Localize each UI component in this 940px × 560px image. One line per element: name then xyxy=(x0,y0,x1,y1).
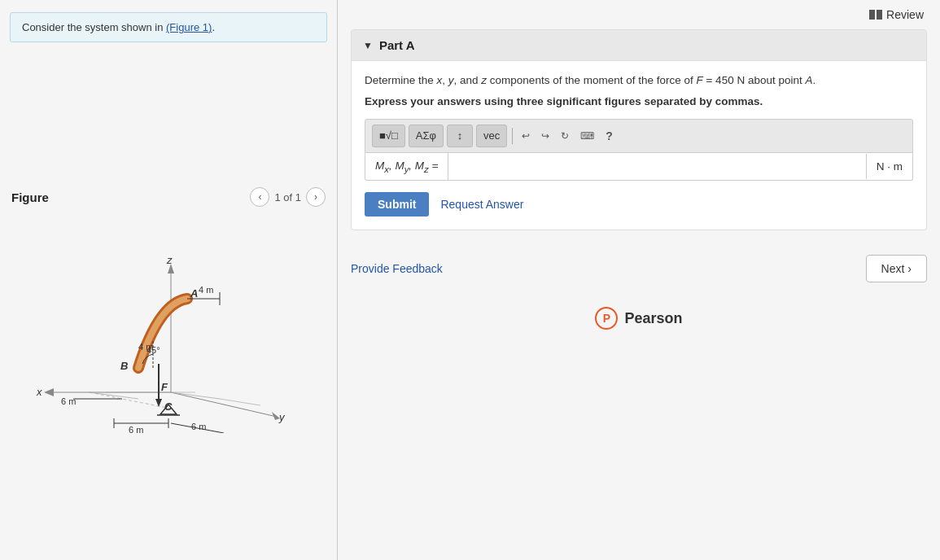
greek-icon: ΑΣφ xyxy=(416,129,436,142)
next-label: Next xyxy=(881,262,905,275)
next-chevron-icon: › xyxy=(907,262,912,275)
svg-text:F: F xyxy=(161,381,168,393)
figure-nav: ‹ 1 of 1 › xyxy=(250,187,326,207)
vec-button[interactable]: vec xyxy=(476,125,507,147)
svg-text:4 m: 4 m xyxy=(138,342,153,352)
svg-text:B: B xyxy=(120,360,128,372)
part-header: ▼ Part A xyxy=(352,30,926,61)
figure-page: 1 of 1 xyxy=(274,191,301,203)
redo-button[interactable]: ↪ xyxy=(537,127,553,145)
figure-image-area: x y z xyxy=(0,213,337,560)
svg-text:6 m: 6 m xyxy=(129,425,143,433)
svg-text:z: z xyxy=(166,254,173,266)
review-icon xyxy=(869,10,882,20)
part-content: Determine the x, y, and z components of … xyxy=(352,61,926,230)
answer-input[interactable] xyxy=(448,153,865,179)
figure-link[interactable]: (Figure 1) xyxy=(166,21,212,33)
svg-text:C: C xyxy=(164,400,173,413)
figure-svg: x y z xyxy=(8,221,285,433)
svg-line-2 xyxy=(171,392,277,417)
pearson-initial: P xyxy=(603,312,610,325)
pearson-logo: P xyxy=(595,307,618,330)
svg-text:x: x xyxy=(36,386,42,398)
arrows-button[interactable]: ↕ xyxy=(447,125,473,147)
next-button[interactable]: Next › xyxy=(866,255,927,282)
svg-text:6 m: 6 m xyxy=(191,422,206,431)
keyboard-button[interactable]: ⌨ xyxy=(576,127,598,145)
svg-line-11 xyxy=(90,392,138,399)
provide-feedback-link[interactable]: Provide Feedback xyxy=(351,262,443,275)
problem-text-line1: Determine the x, y, and z components of … xyxy=(365,72,913,89)
svg-line-13 xyxy=(220,399,260,405)
svg-rect-37 xyxy=(877,10,882,20)
svg-rect-36 xyxy=(869,10,875,20)
figure-title: Figure xyxy=(11,190,49,204)
context-box: Consider the system shown in (Figure 1). xyxy=(10,12,327,42)
undo-button[interactable]: ↩ xyxy=(518,127,534,145)
svg-marker-8 xyxy=(44,388,54,396)
radical-button[interactable]: ■√□ xyxy=(372,125,405,147)
bottom-row: Provide Feedback Next › xyxy=(338,242,940,291)
problem-text-bold: Express your answers using three signifi… xyxy=(365,94,913,110)
part-title: Part A xyxy=(379,38,415,52)
figure-next-button[interactable]: › xyxy=(306,187,326,207)
svg-text:A: A xyxy=(190,287,198,300)
svg-marker-18 xyxy=(155,399,162,407)
radical-icon: ■√□ xyxy=(379,129,398,142)
context-text: Consider the system shown in xyxy=(22,21,166,33)
pearson-footer: P Pearson xyxy=(338,291,940,338)
svg-text:6 m: 6 m xyxy=(61,396,76,406)
left-panel: Consider the system shown in (Figure 1).… xyxy=(0,0,338,560)
refresh-button[interactable]: ↻ xyxy=(557,127,573,145)
review-link[interactable]: Review xyxy=(869,8,924,21)
figure-header: Figure ‹ 1 of 1 › xyxy=(0,181,337,213)
svg-text:y: y xyxy=(278,411,285,423)
top-bar: Review xyxy=(338,0,940,25)
arrows-icon: ↕ xyxy=(457,129,463,142)
input-label: Mx, My, Mz = xyxy=(365,153,448,181)
figure-prev-button[interactable]: ‹ xyxy=(250,187,269,207)
request-answer-link[interactable]: Request Answer xyxy=(440,198,523,211)
collapse-arrow-icon[interactable]: ▼ xyxy=(363,40,373,51)
toolbar-separator xyxy=(512,128,513,144)
bookmark-icon xyxy=(869,10,882,20)
unit-label: N · m xyxy=(866,154,912,179)
part-section: ▼ Part A Determine the x, y, and z compo… xyxy=(351,29,927,230)
action-row: Submit Request Answer xyxy=(365,192,913,217)
greek-button[interactable]: ΑΣφ xyxy=(409,125,444,147)
math-toolbar: ■√□ ΑΣφ ↕ vec ↩ ↪ ↻ ⌨ ? xyxy=(365,119,913,153)
svg-text:4 m: 4 m xyxy=(199,285,213,295)
help-button[interactable]: ? xyxy=(601,126,617,146)
input-row: Mx, My, Mz = N · m xyxy=(365,153,913,182)
vec-icon: vec xyxy=(483,129,500,142)
context-suffix: . xyxy=(212,21,215,33)
right-panel: Review ▼ Part A Determine the x, y, and … xyxy=(338,0,940,560)
pearson-name: Pearson xyxy=(624,310,682,327)
review-label: Review xyxy=(886,8,924,21)
submit-button[interactable]: Submit xyxy=(365,192,429,217)
